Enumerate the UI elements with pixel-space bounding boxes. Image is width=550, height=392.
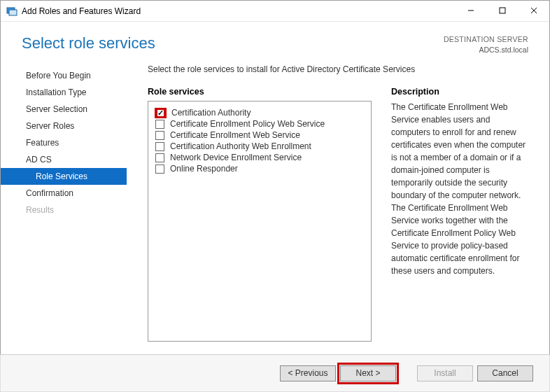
maximize-button[interactable] — [486, 1, 518, 21]
cancel-button[interactable]: Cancel — [477, 365, 533, 382]
titlebar: Add Roles and Features Wizard — [1, 1, 549, 22]
sidebar-item-server-roles[interactable]: Server Roles — [1, 118, 127, 134]
sidebar-item-confirmation[interactable]: Confirmation — [1, 185, 127, 202]
sidebar-item-before-you-begin[interactable]: Before You Begin — [1, 67, 127, 84]
install-button: Install — [417, 365, 473, 382]
role-service-label: Certificate Enrollment Web Service — [170, 130, 300, 140]
description-heading: Description — [391, 87, 531, 97]
sidebar-item-role-services[interactable]: Role Services — [1, 168, 127, 185]
heading-row: Select role services DESTINATION SERVER … — [1, 22, 549, 62]
sidebar-item-installation-type[interactable]: Installation Type — [1, 84, 127, 101]
sidebar-item-ad-cs[interactable]: AD CS — [1, 151, 127, 168]
role-services-heading: Role services — [148, 87, 372, 97]
checkbox-icon[interactable] — [156, 108, 165, 118]
previous-button[interactable]: < Previous — [280, 365, 336, 382]
role-service-item[interactable]: Online Responder — [155, 163, 364, 174]
destination-label: DESTINATION SERVER — [444, 34, 528, 45]
destination-value: ADCS.std.local — [444, 45, 528, 55]
footer: < Previous Next > Install Cancel — [0, 354, 550, 392]
page-title: Select role services — [22, 34, 444, 52]
checkbox-icon[interactable] — [155, 131, 164, 140]
role-service-item[interactable]: Certification Authority — [155, 107, 364, 118]
role-service-item[interactable]: Certification Authority Web Enrollment — [155, 141, 364, 152]
role-service-label: Certification Authority — [171, 108, 251, 118]
svg-line-5 — [531, 8, 537, 13]
role-service-label: Certification Authority Web Enrollment — [170, 141, 311, 151]
role-service-label: Certificate Enrollment Policy Web Servic… — [170, 119, 325, 129]
svg-line-4 — [531, 8, 537, 13]
role-service-label: Network Device Enrollment Service — [170, 153, 302, 162]
sidebar-item-features[interactable]: Features — [1, 134, 127, 151]
sidebar-item-server-selection[interactable]: Server Selection — [1, 101, 127, 118]
svg-rect-3 — [500, 8, 505, 13]
app-icon — [6, 6, 17, 17]
description-text: The Certificate Enrollment Web Service e… — [391, 101, 531, 277]
role-service-item[interactable]: Network Device Enrollment Service — [155, 152, 364, 163]
close-button[interactable] — [518, 1, 549, 21]
checkbox-icon[interactable] — [155, 164, 164, 174]
checkbox-icon[interactable] — [155, 153, 164, 162]
role-service-item[interactable]: Certificate Enrollment Web Service — [155, 130, 364, 141]
checkbox-icon[interactable] — [155, 120, 164, 129]
role-service-item[interactable]: Certificate Enrollment Policy Web Servic… — [155, 118, 364, 130]
window-title: Add Roles and Features Wizard — [22, 6, 141, 16]
instruction-text: Select the role services to install for … — [148, 64, 531, 74]
next-button[interactable]: Next > — [340, 365, 396, 382]
checkbox-icon[interactable] — [155, 142, 164, 151]
svg-rect-1 — [9, 10, 17, 15]
content: Select the role services to install for … — [127, 62, 538, 342]
destination-server: DESTINATION SERVER ADCS.std.local — [444, 34, 528, 55]
minimize-button[interactable] — [455, 1, 486, 21]
role-services-listbox[interactable]: Certification AuthorityCertificate Enrol… — [148, 101, 372, 342]
role-service-label: Online Responder — [170, 164, 238, 174]
sidebar-item-results: Results — [1, 202, 127, 218]
main-area: Before You BeginInstallation TypeServer … — [1, 62, 549, 342]
sidebar: Before You BeginInstallation TypeServer … — [1, 62, 127, 342]
